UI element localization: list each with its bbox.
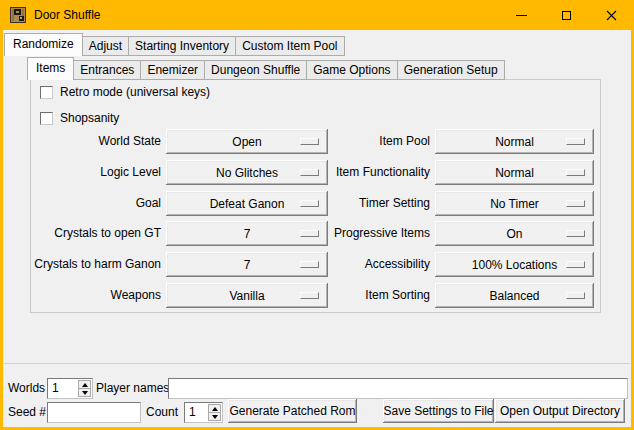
crystals-gt-row: Crystals to open GT 7 [30, 221, 328, 246]
minimize-button[interactable] [499, 0, 544, 30]
timer-setting-value: No Timer [490, 197, 539, 211]
tab-randomize[interactable]: Randomize [4, 33, 83, 56]
window-controls [499, 0, 634, 30]
tab-entrances[interactable]: Entrances [73, 60, 141, 80]
worlds-value: 1 [52, 379, 59, 398]
notebook-bottom-border [4, 363, 630, 364]
count-spin-buttons [208, 404, 221, 421]
item-sorting-label: Item Sorting [305, 283, 430, 308]
arrow-up-icon [82, 383, 88, 387]
close-icon [606, 10, 617, 21]
tab-game-options[interactable]: Game Options [306, 60, 397, 80]
crystals-ganon-dropdown[interactable]: 7 [166, 252, 328, 277]
weapons-row: Weapons Vanilla [30, 283, 328, 308]
crystals-gt-dropdown[interactable]: 7 [166, 221, 328, 246]
item-functionality-label: Item Functionality [305, 160, 430, 185]
logic-level-value: No Glitches [216, 166, 278, 180]
accessibility-value: 100% Locations [472, 258, 557, 272]
item-sorting-dropdown[interactable]: Balanced [435, 283, 594, 308]
arrow-down-icon [212, 415, 218, 419]
item-functionality-dropdown[interactable]: Normal [435, 160, 594, 185]
tab-dungeon-shuffle[interactable]: Dungeon Shuffle [204, 60, 307, 80]
count-label: Count [146, 402, 178, 423]
dropdown-indicator-icon [566, 138, 585, 145]
retro-mode-checkbox-row: Retro mode (universal keys) [40, 85, 210, 99]
dropdown-indicator-icon [566, 292, 585, 299]
seed-label: Seed # [8, 402, 46, 423]
maximize-icon [562, 11, 571, 20]
item-pool-row: Item Pool Normal [305, 129, 594, 154]
player-names-label: Player names [96, 378, 169, 399]
open-output-directory-button[interactable]: Open Output Directory [495, 399, 625, 423]
retro-mode-label: Retro mode (universal keys) [60, 85, 210, 99]
weapons-dropdown[interactable]: Vanilla [166, 283, 328, 308]
primary-tab-bar: Randomize Adjust Starting Inventory Cust… [4, 33, 344, 56]
count-spin-down-button[interactable] [208, 412, 221, 421]
worlds-spin-buttons [78, 380, 91, 397]
secondary-tab-bar: Items Entrances Enemizer Dungeon Shuffle… [27, 57, 504, 80]
accessibility-row: Accessibility 100% Locations [305, 252, 594, 277]
logic-level-row: Logic Level No Glitches [30, 160, 328, 185]
item-functionality-value: Normal [495, 166, 534, 180]
weapons-label: Weapons [30, 283, 161, 308]
count-spinner[interactable]: 1 [184, 402, 223, 423]
world-state-dropdown[interactable]: Open [166, 129, 328, 154]
worlds-spin-down-button[interactable] [78, 388, 91, 397]
item-pool-value: Normal [495, 135, 534, 149]
crystals-gt-value: 7 [244, 227, 251, 241]
tab-adjust[interactable]: Adjust [82, 36, 129, 56]
tab-generation-setup[interactable]: Generation Setup [397, 60, 505, 80]
tab-items[interactable]: Items [27, 57, 74, 80]
logic-level-label: Logic Level [30, 160, 161, 185]
crystals-ganon-label: Crystals to harm Ganon [30, 252, 161, 277]
retro-mode-checkbox[interactable] [40, 86, 53, 99]
progressive-items-value: On [506, 227, 522, 241]
save-settings-button[interactable]: Save Settings to File [383, 399, 494, 423]
goal-row: Goal Defeat Ganon [30, 191, 328, 216]
goal-dropdown[interactable]: Defeat Ganon [166, 191, 328, 216]
seed-input[interactable] [47, 402, 141, 423]
window-title: Door Shuffle [34, 8, 101, 22]
dropdown-indicator-icon [566, 261, 585, 268]
app-window: Door Shuffle Randomize Adjust Starting I… [0, 0, 634, 430]
world-state-value: Open [232, 135, 261, 149]
item-functionality-row: Item Functionality Normal [305, 160, 594, 185]
generate-patched-rom-button[interactable]: Generate Patched Rom [228, 399, 357, 423]
shopsanity-checkbox-row: Shopsanity [40, 111, 119, 125]
crystals-ganon-row: Crystals to harm Ganon 7 [30, 252, 328, 277]
crystals-ganon-value: 7 [244, 258, 251, 272]
crystals-gt-label: Crystals to open GT [30, 221, 161, 246]
shopsanity-checkbox[interactable] [40, 112, 53, 125]
item-pool-label: Item Pool [305, 129, 430, 154]
world-state-label: World State [30, 129, 161, 154]
close-button[interactable] [589, 0, 634, 30]
worlds-label: Worlds [8, 378, 45, 399]
dropdown-indicator-icon [566, 230, 585, 237]
pixel-door-icon [10, 7, 26, 23]
progressive-items-row: Progressive Items On [305, 221, 594, 246]
goal-value: Defeat Ganon [210, 197, 285, 211]
title-bar: Door Shuffle [0, 0, 634, 30]
timer-setting-label: Timer Setting [305, 191, 430, 216]
timer-setting-row: Timer Setting No Timer [305, 191, 594, 216]
player-names-input[interactable] [168, 378, 628, 399]
progressive-items-dropdown[interactable]: On [435, 221, 594, 246]
accessibility-dropdown[interactable]: 100% Locations [435, 252, 594, 277]
world-state-row: World State Open [30, 129, 328, 154]
progressive-items-label: Progressive Items [305, 221, 430, 246]
accessibility-label: Accessibility [305, 252, 430, 277]
maximize-button[interactable] [544, 0, 589, 30]
item-sorting-value: Balanced [489, 289, 539, 303]
dropdown-indicator-icon [566, 169, 585, 176]
weapons-value: Vanilla [229, 289, 264, 303]
arrow-up-icon [212, 407, 218, 411]
minimize-icon [516, 15, 527, 16]
logic-level-dropdown[interactable]: No Glitches [166, 160, 328, 185]
tab-custom-item-pool[interactable]: Custom Item Pool [235, 36, 344, 56]
tab-starting-inventory[interactable]: Starting Inventory [128, 36, 236, 56]
goal-label: Goal [30, 191, 161, 216]
worlds-spinner[interactable]: 1 [47, 378, 93, 399]
item-pool-dropdown[interactable]: Normal [435, 129, 594, 154]
timer-setting-dropdown[interactable]: No Timer [435, 191, 594, 216]
tab-enemizer[interactable]: Enemizer [140, 60, 205, 80]
